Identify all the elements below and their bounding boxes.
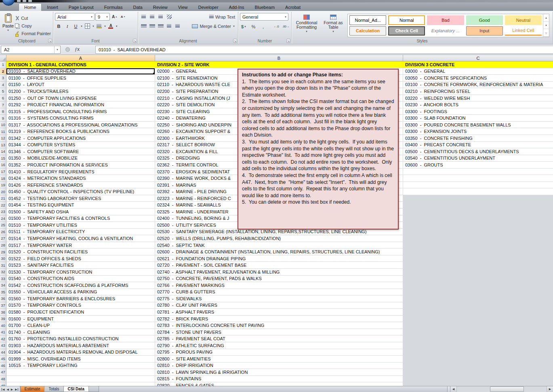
- cell-B46[interactable]: 02810 - DRIP IRRIGATION: [155, 362, 403, 369]
- cell-style-bad[interactable]: Bad: [427, 15, 464, 25]
- cell-B26[interactable]: 02530 - SANITARY SEWERAGE (INSTALLATION,…: [155, 229, 403, 236]
- row-header-7[interactable]: 7: [0, 101, 6, 108]
- row-header-21[interactable]: 21: [0, 195, 6, 202]
- cell-C32[interactable]: [403, 269, 553, 276]
- cell-C16[interactable]: 03600 - GROUTS: [403, 162, 553, 169]
- cell-C11[interactable]: 03300 - EXPANSION JOINTS: [403, 128, 553, 135]
- column-header-B[interactable]: B: [155, 55, 403, 61]
- cell-C43[interactable]: [403, 342, 553, 349]
- insert-function-button[interactable]: [65, 47, 70, 52]
- formula-input[interactable]: 01010 - SALARIED OVERHEAD: [95, 46, 553, 54]
- row-header-31[interactable]: 31: [0, 262, 6, 269]
- cell-B33[interactable]: 02750 - CONCRETE, PAVEMENT, PADS & WALKS: [155, 276, 403, 282]
- percent-format-button[interactable]: %: [250, 23, 257, 30]
- cell-A9[interactable]: 01316 - SYSTEMS CONSULTING FIRMS: [6, 115, 155, 122]
- cell-C24[interactable]: [403, 215, 553, 222]
- sheet-tab-csi-data[interactable]: CSI Data: [63, 386, 89, 392]
- cell-A33[interactable]: 01540 - CONSTRUCTION AIDS: [6, 276, 155, 282]
- cell-C12[interactable]: 03350 - CONCRETE FINISHING: [403, 135, 553, 142]
- cell-C36[interactable]: [403, 295, 553, 302]
- font-dialog-launcher[interactable]: ↘: [133, 39, 137, 43]
- cell-C17[interactable]: [403, 169, 553, 175]
- row-header-16[interactable]: 16: [0, 162, 6, 169]
- cell-A21[interactable]: 01452 - TESTING LABORATORY SERVICES: [6, 195, 155, 202]
- row-header-17[interactable]: 17: [0, 169, 6, 175]
- ribbon-tab-formulas[interactable]: Formulas: [99, 4, 128, 11]
- row-header-29[interactable]: 29: [0, 249, 6, 255]
- cell-A23[interactable]: 01500 - SAFETY AND OSHA: [6, 209, 155, 215]
- cell-C28[interactable]: [403, 242, 553, 249]
- cell-style-good[interactable]: Good: [466, 15, 503, 25]
- cut-button[interactable]: Cut: [14, 15, 52, 22]
- cell-C7[interactable]: 03230 - ANCHOR BOLTS: [403, 101, 553, 108]
- cell-C22[interactable]: [403, 202, 553, 209]
- cell-C38[interactable]: [403, 309, 553, 316]
- format-as-table-button[interactable]: Format as Table ▼: [320, 13, 347, 38]
- row-header-36[interactable]: 36: [0, 295, 6, 302]
- cell-A40[interactable]: 01700 - CLEAN-UP: [6, 322, 155, 329]
- row-header-10[interactable]: 10: [0, 122, 6, 129]
- fill-color-dropdown-icon[interactable]: ▼: [104, 25, 106, 27]
- row-header-14[interactable]: 14: [0, 148, 6, 155]
- cell-C48[interactable]: [403, 376, 553, 383]
- cell-C9[interactable]: 03300 - SLAB FOUNDATION: [403, 115, 553, 122]
- column-header-A[interactable]: A: [6, 55, 155, 61]
- ribbon-tab-bluebeam[interactable]: Bluebeam: [250, 4, 280, 11]
- cell-A29[interactable]: 01520 - CONSTRUCTION FACILITIES: [6, 249, 155, 255]
- underline-dropdown-icon[interactable]: ▼: [80, 25, 83, 27]
- align-bottom-button[interactable]: [157, 13, 164, 21]
- row-header-40[interactable]: 40: [0, 322, 6, 329]
- cell-B29[interactable]: 02600 - DRAINAGE & CONTAINMENT (INSTALLA…: [155, 249, 403, 255]
- row-header-32[interactable]: 32: [0, 269, 6, 276]
- currency-format-button[interactable]: $▼: [240, 23, 248, 30]
- cell-C2[interactable]: 03000 - GENERAL: [403, 68, 553, 75]
- cell-A30[interactable]: 01522 - FIELD OFFICES & SHEDS: [6, 255, 155, 262]
- cell-C15[interactable]: 03540 - CEMENTITIOUS UNDERLAYMENT: [403, 155, 553, 162]
- cell-A28[interactable]: 01517 - TEMPORARY WATER: [6, 242, 155, 249]
- cell-C8[interactable]: 03300 - FOOTINGS: [403, 108, 553, 115]
- cell-B28[interactable]: 02540 - SEPTIC TANK: [155, 242, 403, 249]
- row-header-43[interactable]: 43: [0, 342, 6, 349]
- clipboard-dialog-launcher[interactable]: ↘: [48, 39, 52, 43]
- row-header-19[interactable]: 19: [0, 182, 6, 189]
- scrollbar-track[interactable]: [457, 386, 547, 392]
- cell-A34[interactable]: 01542 - CONSTRUCTION SCAFFOLDING & PLATF…: [6, 282, 155, 289]
- previous-sheet-icon[interactable]: ◀: [6, 388, 8, 391]
- cell-B45[interactable]: 02800 - SITE AMENITIES: [155, 356, 403, 362]
- cell-style-neutral[interactable]: Neutral: [505, 15, 542, 25]
- cell-C42[interactable]: [403, 335, 553, 342]
- cell-A17[interactable]: 01410 - REGULATORY REQUIREMENTS: [6, 169, 155, 175]
- undo-icon[interactable]: [23, 0, 26, 2]
- font-name-combo[interactable]: Arial ▼: [55, 13, 95, 21]
- cell-A20[interactable]: 01450 - QUALITY CONTROL - INSPECTIONS (T…: [6, 188, 155, 195]
- cell-A4[interactable]: 01150 - LAYOUT: [6, 82, 155, 89]
- paste-button[interactable]: Paste ▼: [2, 13, 14, 38]
- cell-A15[interactable]: 01350 - MOBILIZE/DE-MOBILIZE: [6, 155, 155, 162]
- cell-C35[interactable]: [403, 289, 553, 296]
- format-painter-button[interactable]: Format Painter: [14, 30, 52, 37]
- cell-C27[interactable]: [403, 235, 553, 242]
- last-sheet-icon[interactable]: ▶: [15, 388, 18, 391]
- cell-C10[interactable]: 03300 - POURED CONCRETE BASEMENT WALLS: [403, 122, 553, 129]
- row-header-27[interactable]: 27: [0, 235, 6, 242]
- cell-A25[interactable]: 01510 - TEMPORARY UTILITIES: [6, 222, 155, 229]
- ribbon-tab-insert[interactable]: Insert: [42, 4, 63, 11]
- cell-B35[interactable]: 02770 - CURB & GUTTERS: [155, 289, 403, 296]
- bold-button[interactable]: B: [55, 22, 63, 30]
- cell-C18[interactable]: [403, 175, 553, 182]
- row-header-5[interactable]: 5: [0, 88, 6, 95]
- tab-split-handle[interactable]: [448, 386, 450, 392]
- conditional-formatting-button[interactable]: Conditional Formatting ▼: [293, 13, 320, 38]
- row-header-23[interactable]: 23: [0, 209, 6, 215]
- cell-C23[interactable]: [403, 209, 553, 215]
- cell-B36[interactable]: 02775 - SIDEWALKS: [155, 295, 403, 302]
- cell-style-check-cell[interactable]: Check Cell: [388, 26, 425, 36]
- cell-A2[interactable]: 01010 - SALARIED OVERHEAD: [6, 68, 155, 75]
- underline-button[interactable]: U: [72, 22, 80, 30]
- row-header-18[interactable]: 18: [0, 175, 6, 182]
- row-header-8[interactable]: 8: [0, 108, 6, 115]
- ribbon-tab-view[interactable]: View: [173, 4, 193, 11]
- cell-B39[interactable]: 02782 - BRICK PAVERS: [155, 316, 403, 322]
- instructions-textbox[interactable]: Instructions to add or change Phase item…: [238, 69, 399, 230]
- fx-icon[interactable]: ƒx: [75, 46, 80, 53]
